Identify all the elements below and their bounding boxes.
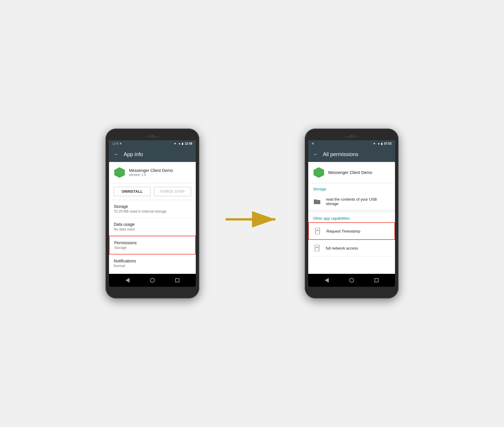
arrow-container	[223, 209, 281, 230]
usb-storage-item: read the contents of your USB storage	[308, 193, 395, 210]
storage-subtitle: 70.29 MB used in Internal storage	[114, 209, 191, 214]
phone1-bottom	[109, 287, 196, 295]
phone-info-icon-2	[313, 244, 321, 252]
phone2-wrapper: ⊕ ▼ ◄ ▮ 07:53 ← All permissions	[305, 129, 399, 298]
status-right-2: ▼ ◄ ▮ 07:53	[373, 142, 391, 145]
notifications-item[interactable]: Notifications Normal	[109, 255, 196, 272]
app-icon-2	[313, 167, 325, 178]
permissions-title: Permissions	[114, 240, 190, 245]
phone1-camera	[151, 135, 154, 138]
app-info-text-1: Messenger Client Demo version 1.0	[129, 168, 173, 177]
home-circle-icon	[150, 278, 155, 283]
direction-arrow	[223, 209, 281, 230]
phone2-camera	[350, 135, 353, 138]
home-nav-1[interactable]	[147, 274, 158, 286]
phone-info-icon-1	[314, 227, 322, 235]
back-triangle-icon-2	[325, 278, 329, 283]
permissions-list: Storage read the contents of your USB st…	[308, 183, 395, 274]
dropbox-icon: ❑	[113, 142, 115, 145]
phone1-wrapper: ❑ ⊡ ⊕ ▼ ◄ ▮ 12:48 ← App info	[105, 129, 199, 298]
full-network-item: full network access	[308, 240, 395, 257]
back-nav-2[interactable]	[321, 274, 333, 286]
time-1: 12:48	[185, 142, 192, 145]
phone1: ❑ ⊡ ⊕ ▼ ◄ ▮ 12:48 ← App info	[105, 129, 199, 298]
svg-rect-8	[316, 247, 318, 248]
android-icon-2: ⊕	[312, 142, 314, 145]
app-name-2: Messenger Client Demo	[328, 170, 372, 175]
data-usage-title: Data usage	[114, 222, 191, 227]
storage-section-label: Storage	[308, 183, 395, 193]
app-version-1: version 1.0	[129, 173, 173, 177]
recents-square-icon	[175, 278, 179, 282]
full-network-text: full network access	[326, 246, 358, 250]
app-icon-1	[114, 167, 125, 178]
battery-icon: ▮	[182, 142, 183, 145]
app-header-1: Messenger Client Demo version 1.0	[109, 162, 196, 183]
svg-point-6	[317, 230, 318, 230]
request-timestamp-item: Request Timestamp	[308, 222, 395, 240]
svg-rect-2	[314, 200, 320, 204]
home-nav-2[interactable]	[346, 274, 357, 286]
phone2-screen: ⊕ ▼ ◄ ▮ 07:53 ← All permissions	[308, 140, 395, 287]
home-circle-icon-2	[349, 278, 354, 283]
back-nav-1[interactable]	[122, 274, 133, 286]
section-divider	[308, 210, 395, 213]
status-bar-2: ⊕ ▼ ◄ ▮ 07:53	[308, 140, 395, 147]
camera-icon: ⊡	[116, 142, 118, 145]
wifi-icon: ▼	[174, 142, 177, 145]
data-usage-item[interactable]: Data usage No data used	[109, 218, 196, 236]
nav-bar-1	[109, 274, 196, 287]
toolbar-1: ← App info	[109, 147, 196, 162]
svg-rect-4	[316, 228, 320, 234]
permissions-subtitle: Storage	[114, 246, 190, 250]
hexagon-icon-2	[314, 167, 324, 178]
app-name-1: Messenger Client Demo	[129, 168, 173, 173]
svg-rect-7	[315, 245, 319, 251]
toolbar-title-2: All permissions	[323, 151, 358, 158]
status-right-1: ▼ ◄ ▮ 12:48	[174, 142, 192, 145]
android-icon: ⊕	[120, 142, 122, 145]
back-triangle-icon	[125, 278, 130, 283]
status-left-1: ❑ ⊡ ⊕	[113, 142, 122, 145]
storage-item[interactable]: Storage 70.29 MB used in Internal storag…	[109, 200, 196, 218]
battery-icon-2: ▮	[381, 142, 383, 145]
status-bar-1: ❑ ⊡ ⊕ ▼ ◄ ▮ 12:48	[109, 140, 196, 147]
recents-nav-2[interactable]	[371, 274, 382, 286]
svg-rect-5	[316, 230, 319, 231]
recents-nav-1[interactable]	[171, 274, 183, 286]
signal-icon: ◄	[178, 142, 181, 145]
data-usage-subtitle: No data used	[114, 227, 191, 231]
phone2: ⊕ ▼ ◄ ▮ 07:53 ← All permissions	[305, 129, 399, 298]
uninstall-button[interactable]: UNINSTALL	[114, 187, 151, 196]
permissions-item[interactable]: Permissions Storage	[109, 236, 196, 255]
action-buttons: UNINSTALL FORCE STOP	[109, 183, 196, 200]
storage-title: Storage	[114, 204, 191, 209]
app-info-text-2: Messenger Client Demo	[328, 170, 372, 175]
info-list: Storage 70.29 MB used in Internal storag…	[109, 200, 196, 274]
back-button-1[interactable]: ←	[114, 151, 119, 158]
request-timestamp-text: Request Timestamp	[326, 229, 360, 233]
phone2-bottom	[308, 287, 395, 295]
toolbar-title-1: App info	[124, 151, 143, 158]
recents-square-icon-2	[374, 278, 379, 282]
other-capabilities-label: Other app capabilities	[308, 213, 395, 222]
svg-rect-3	[314, 199, 317, 201]
phone1-top	[109, 132, 196, 140]
folder-icon	[313, 197, 321, 206]
notifications-subtitle: Normal	[114, 264, 191, 268]
force-stop-button[interactable]: FORCE STOP	[154, 187, 191, 196]
wifi-icon-2: ▼	[373, 142, 376, 145]
svg-point-9	[317, 247, 318, 247]
time-2: 07:53	[384, 142, 391, 145]
toolbar-2: ← All permissions	[308, 147, 395, 162]
phone1-screen: ❑ ⊡ ⊕ ▼ ◄ ▮ 12:48 ← App info	[109, 140, 196, 287]
back-button-2[interactable]: ←	[313, 151, 318, 158]
phone2-top	[308, 132, 395, 140]
status-left-2: ⊕	[312, 142, 314, 145]
signal-icon-2: ◄	[377, 142, 380, 145]
app-header-2: Messenger Client Demo	[308, 162, 395, 183]
notifications-title: Notifications	[114, 259, 191, 263]
nav-bar-2	[308, 274, 395, 287]
usb-storage-text: read the contents of your USB storage	[326, 197, 390, 206]
hexagon-icon	[114, 167, 125, 178]
